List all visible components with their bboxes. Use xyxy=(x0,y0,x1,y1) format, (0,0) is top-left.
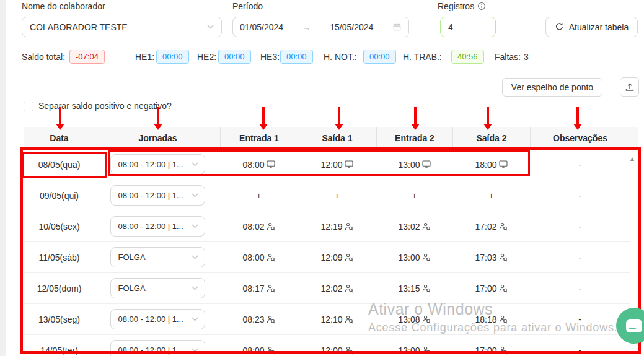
records-input[interactable]: 4 xyxy=(440,17,496,37)
annotation-arrow-entrada1 xyxy=(262,107,265,124)
mirror-point-button[interactable]: Ver espelho de ponto xyxy=(502,78,602,97)
header-entrada1[interactable]: Entrada 1 xyxy=(220,127,298,149)
header-data[interactable]: Data xyxy=(24,127,95,149)
entrada2-cell[interactable]: 13:15 xyxy=(376,273,452,303)
person-search-icon xyxy=(422,346,431,355)
entrada1-cell[interactable]: 08:00 xyxy=(220,149,298,180)
separate-balance-checkbox[interactable] xyxy=(24,102,33,111)
person-search-icon xyxy=(422,253,431,262)
shift-select[interactable]: 08:00 - 12:00 | 1... xyxy=(110,340,205,356)
observations-cell: - xyxy=(530,149,630,180)
header-saida1[interactable]: Saída 1 xyxy=(298,127,376,149)
person-search-icon xyxy=(267,253,275,262)
htrab-badge: 40:56 xyxy=(451,50,484,64)
entrada1-cell[interactable]: 08:00 xyxy=(220,335,298,356)
chat-bubble-icon xyxy=(626,319,642,332)
shift-select[interactable]: 08:00 - 12:00 | 1... xyxy=(110,309,205,329)
he1-label: HE1: xyxy=(135,52,154,62)
saida1-cell[interactable]: + xyxy=(298,180,376,211)
saldo-total-label: Saldo total: xyxy=(22,52,65,62)
period-range-picker[interactable]: 01/05/2024 → 15/05/2024 xyxy=(232,17,409,37)
period-end-value[interactable]: 15/05/2024 xyxy=(330,22,373,32)
person-search-icon xyxy=(267,315,275,324)
saida2-cell[interactable]: 18:00 xyxy=(452,149,530,180)
saida2-cell[interactable]: + xyxy=(452,180,530,211)
info-icon[interactable] xyxy=(477,2,486,11)
person-search-icon xyxy=(499,315,508,324)
shift-cell: 08:00 - 12:00 | 1... xyxy=(95,304,220,334)
collaborator-select[interactable]: COLABORADOR TESTE xyxy=(22,17,222,37)
entrada2-cell[interactable]: 13:00 xyxy=(376,149,452,180)
entrada1-cell[interactable]: + xyxy=(220,180,298,211)
separate-balance-label: Separar saldo positivo e negativo? xyxy=(38,101,172,111)
observations-cell: - xyxy=(530,242,630,272)
left-page-edge xyxy=(0,0,6,356)
header-jornadas[interactable]: Jornadas xyxy=(95,127,220,149)
scroll-up-arrow[interactable]: ▲ xyxy=(629,155,635,162)
saida2-cell[interactable]: 17:03 xyxy=(452,242,530,272)
monitor-icon xyxy=(267,160,275,168)
observations-cell: - xyxy=(530,180,630,211)
shift-cell: 08:00 - 12:00 | 1... xyxy=(95,211,220,241)
entrada2-cell[interactable]: 13:00 xyxy=(376,242,452,272)
export-button[interactable] xyxy=(620,77,639,97)
entrada2-cell[interactable]: 13:00 xyxy=(376,335,452,356)
header-entrada2[interactable]: Entrada 2 xyxy=(376,127,452,149)
saida2-cell[interactable]: 17:00 xyxy=(452,335,530,356)
shift-cell: FOLGA xyxy=(95,273,220,303)
saldo-total-badge: -07:04 xyxy=(69,50,105,64)
he3-label: HE3: xyxy=(260,52,280,62)
saida1-cell[interactable]: 12:00 xyxy=(298,149,376,180)
saida2-cell[interactable]: 17:00 xyxy=(452,273,530,303)
table-row: 11/05(sáb) FOLGA 08:00 12:09 13:00 17:03 xyxy=(24,242,630,273)
shift-cell: 08:00 - 12:00 | 1... xyxy=(95,149,220,180)
entrada1-cell[interactable]: 08:02 xyxy=(220,211,298,241)
date-cell: 10/05(sex) xyxy=(24,211,95,241)
table-row: 10/05(sex) 08:00 - 12:00 | 1... 08:02 12… xyxy=(24,211,630,242)
entrada1-cell[interactable]: 08:00 xyxy=(220,242,298,272)
header-observacoes[interactable]: Observações xyxy=(530,127,630,149)
person-search-icon xyxy=(499,346,508,355)
monitor-icon xyxy=(422,160,431,168)
chevron-down-icon xyxy=(192,162,198,167)
records-value: 4 xyxy=(448,22,453,32)
collaborator-value: COLABORADOR TESTE xyxy=(30,22,128,32)
entrada2-cell[interactable]: + xyxy=(376,180,452,211)
timesheet-screen: Nome do colaborador Período Registros CO… xyxy=(0,0,644,356)
table-row: 08/05(qua) 08:00 - 12:00 | 1... 08:00 12… xyxy=(24,149,630,180)
faltas-stat: Faltas: 3 xyxy=(495,52,529,62)
person-search-icon xyxy=(499,284,508,293)
saida1-cell[interactable]: 12:09 xyxy=(298,242,376,272)
observations-cell: - xyxy=(530,211,630,241)
saida1-cell[interactable]: 12:02 xyxy=(298,273,376,303)
date-cell: 09/05(qui) xyxy=(24,180,95,211)
he1-badge: 00:00 xyxy=(156,50,189,64)
entrada1-cell[interactable]: 08:23 xyxy=(220,304,298,334)
annotation-arrow-saida1 xyxy=(338,107,340,124)
person-search-icon xyxy=(422,284,431,293)
table-row: 13/05(seg) 08:00 - 12:00 | 1... 08:23 12… xyxy=(24,304,630,335)
period-start-value[interactable]: 01/05/2024 xyxy=(240,22,283,32)
hnot-badge: 00:00 xyxy=(363,50,396,64)
chevron-down-icon xyxy=(192,193,198,198)
chevron-down-icon xyxy=(207,25,214,29)
person-search-icon xyxy=(499,222,508,231)
chevron-down-icon xyxy=(192,317,198,321)
saida1-cell[interactable]: 12:19 xyxy=(298,211,376,241)
saida2-cell[interactable]: 18:18 xyxy=(452,304,530,334)
shift-select[interactable]: 08:00 - 12:00 | 1... xyxy=(110,185,205,206)
entrada1-cell[interactable]: 08:17 xyxy=(220,273,298,303)
person-search-icon xyxy=(345,315,353,324)
entrada2-cell[interactable]: 13:02 xyxy=(376,211,452,241)
shift-select[interactable]: 08:00 - 12:00 | 1... xyxy=(110,154,205,175)
saida2-cell[interactable]: 17:02 xyxy=(452,211,530,241)
table-row: 14/05(ter) 08:00 - 12:00 | 1... 08:00 12… xyxy=(24,335,630,356)
shift-select[interactable]: FOLGA xyxy=(110,278,205,298)
shift-select[interactable]: 08:00 - 12:00 | 1... xyxy=(110,216,205,237)
entrada2-cell[interactable]: 13:08 xyxy=(376,304,452,334)
saida1-cell[interactable]: 12:00 xyxy=(298,335,376,356)
shift-select[interactable]: FOLGA xyxy=(110,247,205,267)
saida1-cell[interactable]: 12:10 xyxy=(298,304,376,334)
header-saida2[interactable]: Saída 2 xyxy=(452,127,530,149)
refresh-table-button[interactable]: Atualizar tabela xyxy=(545,17,638,37)
